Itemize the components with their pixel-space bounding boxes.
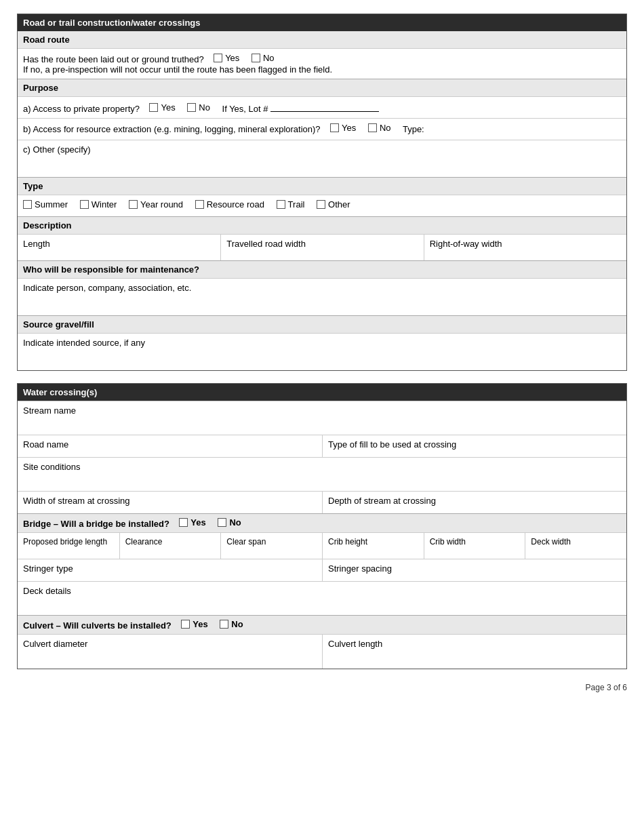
purpose-b-no-label[interactable]: No xyxy=(368,123,391,133)
description-header: Description xyxy=(18,216,626,234)
bridge-header: Bridge – Will a bridge be installed? Yes… xyxy=(18,513,626,532)
bridge-no-checkbox[interactable] xyxy=(218,518,226,527)
stream-dimensions-row: Width of stream at crossing Depth of str… xyxy=(18,491,626,513)
maintenance-note-row: Indicate person, company, association, e… xyxy=(18,278,626,315)
road-name-cell: Road name xyxy=(18,435,322,457)
bridge-deck-width-cell: Deck width xyxy=(525,533,626,559)
fill-type-cell: Type of fill to be used at crossing xyxy=(322,435,626,457)
maintenance-header: Who will be responsible for maintenance? xyxy=(18,260,626,278)
year-round-label[interactable]: Year round xyxy=(129,199,183,210)
stringer-spacing-cell: Stringer spacing xyxy=(322,559,626,581)
stream-depth-cell: Depth of stream at crossing xyxy=(322,492,626,513)
type-checkboxes-row: Summer Winter Year round Resource road T… xyxy=(18,195,626,216)
purpose-b-no-checkbox[interactable] xyxy=(368,123,377,132)
resource-road-checkbox[interactable] xyxy=(195,200,204,209)
deck-details-row: Deck details xyxy=(18,581,626,615)
trail-label[interactable]: Trail xyxy=(277,199,305,210)
culvert-length-cell: Culvert length xyxy=(322,635,626,669)
water-section-header: Water crossing(s) xyxy=(18,384,626,401)
desc-length-cell: Length xyxy=(18,235,220,260)
bridge-clear-span-cell: Clear span xyxy=(220,533,322,559)
road-name-fill-row: Road name Type of fill to be used at cro… xyxy=(18,435,626,457)
summer-checkbox[interactable] xyxy=(23,200,32,209)
purpose-header: Purpose xyxy=(18,79,626,96)
purpose-b-yes-checkbox[interactable] xyxy=(330,123,339,132)
type-header: Type xyxy=(18,177,626,195)
summer-label[interactable]: Summer xyxy=(23,199,68,210)
ground-truthed-yes-checkbox[interactable] xyxy=(214,54,222,62)
page-footer: Page 3 of 6 xyxy=(17,683,627,692)
winter-label[interactable]: Winter xyxy=(80,199,117,210)
yes-checkbox-label[interactable]: Yes xyxy=(214,53,239,63)
purpose-b-row: b) Access for resource extraction (e.g. … xyxy=(18,118,626,140)
culvert-no-label[interactable]: No xyxy=(220,619,243,629)
bridge-yes-label[interactable]: Yes xyxy=(179,517,205,528)
purpose-a-yes-label[interactable]: Yes xyxy=(149,102,175,113)
bridge-no-label[interactable]: No xyxy=(218,517,241,528)
ground-truthed-no-checkbox[interactable] xyxy=(251,54,260,62)
lot-number-field[interactable] xyxy=(270,101,379,112)
bridge-crib-height-cell: Crib height xyxy=(322,533,424,559)
bridge-columns-row: Proposed bridge length Clearance Clear s… xyxy=(18,532,626,559)
culvert-details-row: Culvert diameter Culvert length xyxy=(18,634,626,669)
purpose-a-no-checkbox[interactable] xyxy=(187,103,196,112)
site-conditions-row: Site conditions xyxy=(18,457,626,491)
description-row: Length Travelled road width Right-of-way… xyxy=(18,234,626,260)
bridge-yes-checkbox[interactable] xyxy=(179,518,188,527)
culvert-no-checkbox[interactable] xyxy=(220,620,228,629)
desc-row-cell: Right-of-way width xyxy=(424,235,626,260)
culvert-header: Culvert – Will culverts be installed? Ye… xyxy=(18,615,626,634)
stringer-type-cell: Stringer type xyxy=(18,559,322,581)
road-route-header: Road route xyxy=(18,31,626,48)
bridge-clearance-cell: Clearance xyxy=(119,533,221,559)
ground-truthed-row: Has the route been laid out or ground tr… xyxy=(18,48,626,79)
winter-checkbox[interactable] xyxy=(80,200,89,209)
water-section: Water crossing(s) Stream name Road name … xyxy=(17,383,627,669)
other-label[interactable]: Other xyxy=(317,199,350,210)
culvert-diameter-cell: Culvert diameter xyxy=(18,635,322,669)
bridge-length-cell: Proposed bridge length xyxy=(18,533,119,559)
purpose-a-no-label[interactable]: No xyxy=(187,102,210,113)
resource-road-label[interactable]: Resource road xyxy=(195,199,264,210)
purpose-b-yes-label[interactable]: Yes xyxy=(330,123,356,133)
desc-travelled-cell: Travelled road width xyxy=(220,235,423,260)
other-checkbox[interactable] xyxy=(317,200,325,209)
culvert-yes-checkbox[interactable] xyxy=(181,620,190,629)
bridge-crib-width-cell: Crib width xyxy=(424,533,525,559)
gravel-note-row: Indicate intended source, if any xyxy=(18,333,626,370)
culvert-yes-label[interactable]: Yes xyxy=(181,619,207,629)
purpose-a-yes-checkbox[interactable] xyxy=(149,103,158,112)
stream-width-cell: Width of stream at crossing xyxy=(18,492,322,513)
gravel-header: Source gravel/fill xyxy=(18,315,626,333)
no-checkbox-label[interactable]: No xyxy=(251,53,275,63)
stringer-row: Stringer type Stringer spacing xyxy=(18,559,626,581)
road-section-header: Road or trail construction/water crossin… xyxy=(18,14,626,31)
road-section: Road or trail construction/water crossin… xyxy=(17,14,627,371)
purpose-a-row: a) Access to private property? Yes No If… xyxy=(18,96,626,118)
stream-name-row: Stream name xyxy=(18,401,626,435)
trail-checkbox[interactable] xyxy=(277,200,285,209)
purpose-c-row: c) Other (specify) xyxy=(18,140,626,177)
year-round-checkbox[interactable] xyxy=(129,200,138,209)
